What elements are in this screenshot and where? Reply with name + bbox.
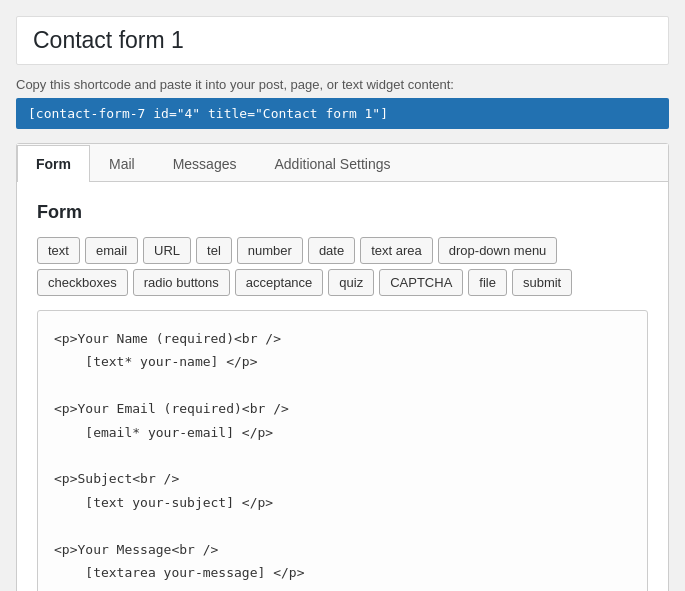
form-editor[interactable]: <p>Your Name (required)<br /> [text* you… [37,310,648,591]
shortcode-box[interactable]: [contact-form-7 id="4" title="Contact fo… [16,98,669,129]
tag-button-file[interactable]: file [468,269,507,296]
tag-button-drop-down-menu[interactable]: drop-down menu [438,237,558,264]
tag-button-date[interactable]: date [308,237,355,264]
tabs-container: Form Mail Messages Additional Settings F… [16,143,669,591]
tab-messages[interactable]: Messages [154,145,256,182]
tag-buttons-row: textemailURLtelnumberdatetext areadrop-d… [37,237,648,296]
tab-form[interactable]: Form [17,145,90,182]
tab-additional-settings[interactable]: Additional Settings [255,145,409,182]
tab-content-form: Form textemailURLtelnumberdatetext aread… [17,182,668,591]
shortcode-label: Copy this shortcode and paste it into yo… [16,77,669,92]
tag-button-checkboxes[interactable]: checkboxes [37,269,128,296]
tag-button-text[interactable]: text [37,237,80,264]
tag-button-submit[interactable]: submit [512,269,572,296]
tag-button-radio-buttons[interactable]: radio buttons [133,269,230,296]
tag-button-quiz[interactable]: quiz [328,269,374,296]
form-section-title: Form [37,202,648,223]
tab-mail[interactable]: Mail [90,145,154,182]
tag-button-tel[interactable]: tel [196,237,232,264]
tabs-header: Form Mail Messages Additional Settings [17,144,668,182]
tag-button-email[interactable]: email [85,237,138,264]
tag-button-number[interactable]: number [237,237,303,264]
page-title: Contact form 1 [16,16,669,65]
tag-button-url[interactable]: URL [143,237,191,264]
tag-button-text-area[interactable]: text area [360,237,433,264]
tag-button-captcha[interactable]: CAPTCHA [379,269,463,296]
page-wrapper: Contact form 1 Copy this shortcode and p… [16,16,669,591]
tag-button-acceptance[interactable]: acceptance [235,269,324,296]
